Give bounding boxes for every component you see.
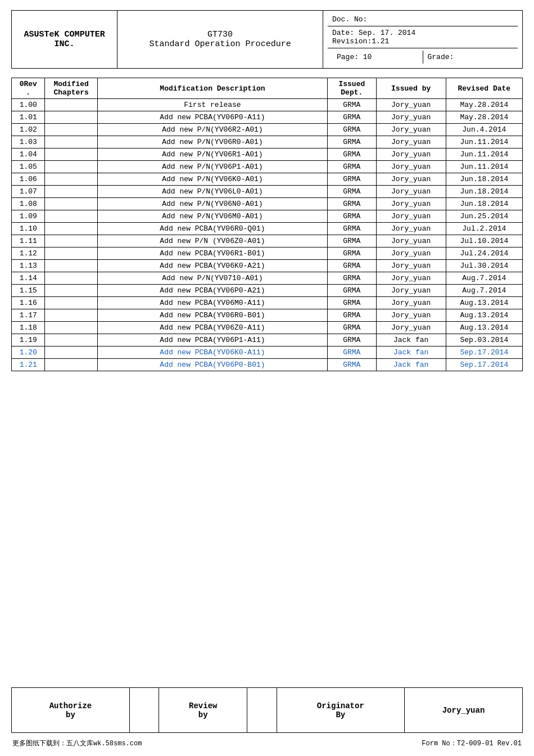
table-cell-5: Aug.13.2014 xyxy=(446,297,522,309)
table-cell-1 xyxy=(45,124,97,136)
table-cell-3: GRMA xyxy=(327,248,376,260)
table-cell-0: 1.20 xyxy=(12,346,45,359)
table-cell-0: 1.10 xyxy=(12,223,45,235)
table-cell-3: GRMA xyxy=(327,99,376,111)
table-cell-3: GRMA xyxy=(327,285,376,297)
table-cell-5: May.28.2014 xyxy=(446,111,522,124)
table-cell-1 xyxy=(45,210,97,223)
table-cell-1 xyxy=(45,235,97,248)
table-cell-3: GRMA xyxy=(327,322,376,334)
table-row: 1.05Add new P/N(YV06P1-A01)GRMAJory_yuan… xyxy=(12,161,523,173)
table-cell-3: GRMA xyxy=(327,124,376,136)
table-cell-0: 1.16 xyxy=(12,297,45,309)
table-cell-4: Jory_yuan xyxy=(376,161,446,173)
table-cell-0: 1.02 xyxy=(12,124,45,136)
table-cell-4: Jory_yuan xyxy=(376,235,446,248)
originator-value: Jory_yuan xyxy=(442,706,485,715)
table-cell-4: Jory_yuan xyxy=(376,272,446,285)
table-cell-5: Jul.30.2014 xyxy=(446,260,522,272)
table-cell-4: Jory_yuan xyxy=(376,210,446,223)
table-cell-4: Jack fan xyxy=(376,359,446,371)
table-cell-4: Jory_yuan xyxy=(376,322,446,334)
col-header-mod: ModifiedChapters xyxy=(45,78,97,99)
table-cell-0: 1.06 xyxy=(12,173,45,186)
table-cell-2: First release xyxy=(97,99,327,111)
date-row: Date: Sep. 17. 2014 Revision:1.21 xyxy=(328,26,518,48)
table-cell-1 xyxy=(45,334,97,346)
grade-label: Grade: xyxy=(428,53,454,61)
page-grade-row: Page: 10 Grade: xyxy=(328,48,518,66)
table-row: 1.01Add new PCBA(YV06P0-A11)GRMAJory_yua… xyxy=(12,111,523,124)
table-cell-0: 1.04 xyxy=(12,148,45,161)
table-cell-2: Add new P/N(YV06R2-A01) xyxy=(97,124,327,136)
table-cell-0: 1.01 xyxy=(12,111,45,124)
revision-table: 0Rev. ModifiedChapters Modification Desc… xyxy=(11,78,523,371)
table-cell-2: Add new PCBA(YV06M0-A11) xyxy=(97,297,327,309)
table-cell-5: Aug.7.2014 xyxy=(446,272,522,285)
footer-table: Authorize by Review by Originator By Jor… xyxy=(11,687,523,733)
authorize-value-cell xyxy=(129,688,159,733)
table-cell-5: Sep.03.2014 xyxy=(446,334,522,346)
table-cell-5: Aug.13.2014 xyxy=(446,322,522,334)
table-cell-1 xyxy=(45,148,97,161)
footer-row: Authorize by Review by Originator By Jor… xyxy=(12,688,523,733)
table-cell-2: Add new P/N(YV06M0-A01) xyxy=(97,210,327,223)
table-cell-1 xyxy=(45,173,97,186)
review-cell: Review by xyxy=(159,688,247,733)
table-cell-3: GRMA xyxy=(327,173,376,186)
company-name: ASUSTeK COMPUTERINC. xyxy=(12,11,117,69)
table-row: 1.03Add new P/N(YV06R0-A01)GRMAJory_yuan… xyxy=(12,136,523,148)
document-title: GT730 Standard Operation Procedure xyxy=(117,11,323,69)
table-cell-5: Jun.11.2014 xyxy=(446,161,522,173)
table-cell-2: Add new PCBA(YV06R1-B01) xyxy=(97,248,327,260)
table-row: 1.20Add new PCBA(YV06K0-A11)GRMAJack fan… xyxy=(12,346,523,359)
table-cell-3: GRMA xyxy=(327,111,376,124)
table-header-row: 0Rev. ModifiedChapters Modification Desc… xyxy=(12,78,523,99)
table-row: 1.10Add new PCBA(YV06R0-Q01)GRMAJory_yua… xyxy=(12,223,523,235)
table-cell-0: 1.21 xyxy=(12,359,45,371)
table-cell-0: 1.17 xyxy=(12,309,45,322)
table-cell-3: GRMA xyxy=(327,148,376,161)
table-cell-0: 1.19 xyxy=(12,334,45,346)
col-header-desc: Modification Description xyxy=(97,78,327,99)
table-cell-3: GRMA xyxy=(327,210,376,223)
table-cell-4: Jory_yuan xyxy=(376,223,446,235)
bottom-left-text: 更多图纸下载到：五八文库wk.58sms.com xyxy=(12,739,142,748)
table-cell-1 xyxy=(45,297,97,309)
table-row: 1.06Add new P/N(YV06K0-A01)GRMAJory_yuan… xyxy=(12,173,523,186)
table-cell-0: 1.09 xyxy=(12,210,45,223)
table-cell-3: GRMA xyxy=(327,198,376,210)
header-table: ASUSTeK COMPUTERINC. GT730 Standard Oper… xyxy=(11,10,523,69)
table-cell-1 xyxy=(45,161,97,173)
table-cell-4: Jory_yuan xyxy=(376,297,446,309)
table-cell-2: Add new PCBA(YV06R0-Q01) xyxy=(97,223,327,235)
page-cell: Page: 10 xyxy=(332,51,423,64)
table-cell-3: GRMA xyxy=(327,235,376,248)
table-cell-2: Add new P/N(YV06L0-A01) xyxy=(97,186,327,198)
table-cell-4: Jory_yuan xyxy=(376,173,446,186)
table-cell-3: GRMA xyxy=(327,309,376,322)
table-cell-0: 1.05 xyxy=(12,161,45,173)
authorize-label: Authorize by xyxy=(49,701,92,719)
table-cell-4: Jack fan xyxy=(376,346,446,359)
originator-cell: Originator By xyxy=(277,688,404,733)
table-cell-0: 1.13 xyxy=(12,260,45,272)
table-cell-2: Add new P/N(YV06K0-A01) xyxy=(97,173,327,186)
doc-no-row: Doc. No: xyxy=(328,13,518,26)
table-row: 1.14Add new P/N(YV0710-A01)GRMAJory_yuan… xyxy=(12,272,523,285)
table-cell-0: 1.00 xyxy=(12,99,45,111)
table-cell-1 xyxy=(45,272,97,285)
col-header-rev: 0Rev. xyxy=(12,78,45,99)
table-row: 1.12Add new PCBA(YV06R1-B01)GRMAJory_yua… xyxy=(12,248,523,260)
table-cell-3: GRMA xyxy=(327,272,376,285)
table-cell-0: 1.03 xyxy=(12,136,45,148)
table-cell-3: GRMA xyxy=(327,359,376,371)
table-cell-2: Add new PCBA(YV06R0-B01) xyxy=(97,309,327,322)
table-cell-0: 1.15 xyxy=(12,285,45,297)
table-cell-2: Add new P/N(YV0710-A01) xyxy=(97,272,327,285)
table-cell-2: Add new P/N(YV06P1-A01) xyxy=(97,161,327,173)
table-cell-4: Jory_yuan xyxy=(376,124,446,136)
table-cell-5: Jun.18.2014 xyxy=(446,173,522,186)
table-cell-4: Jack fan xyxy=(376,334,446,346)
table-cell-3: GRMA xyxy=(327,297,376,309)
